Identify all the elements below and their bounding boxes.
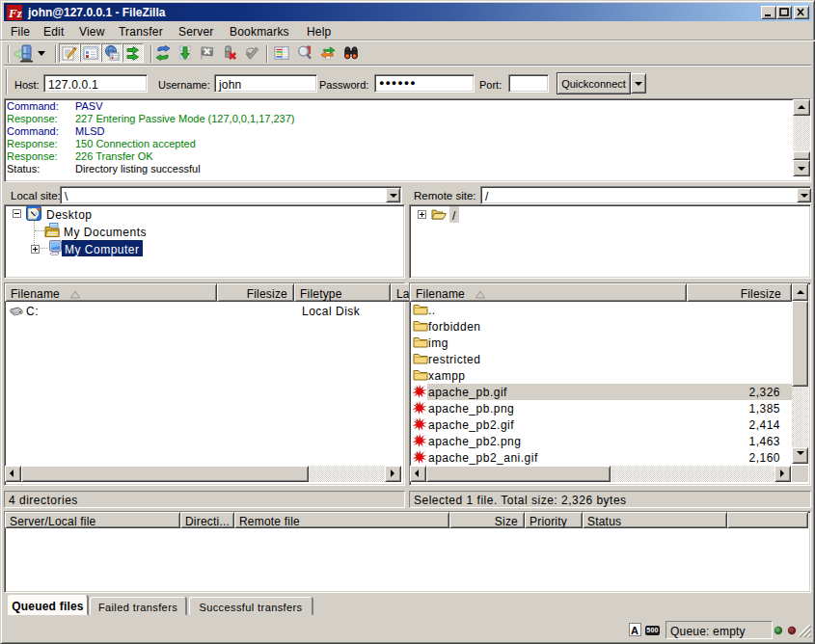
svg-text:Fz: Fz xyxy=(8,6,22,20)
